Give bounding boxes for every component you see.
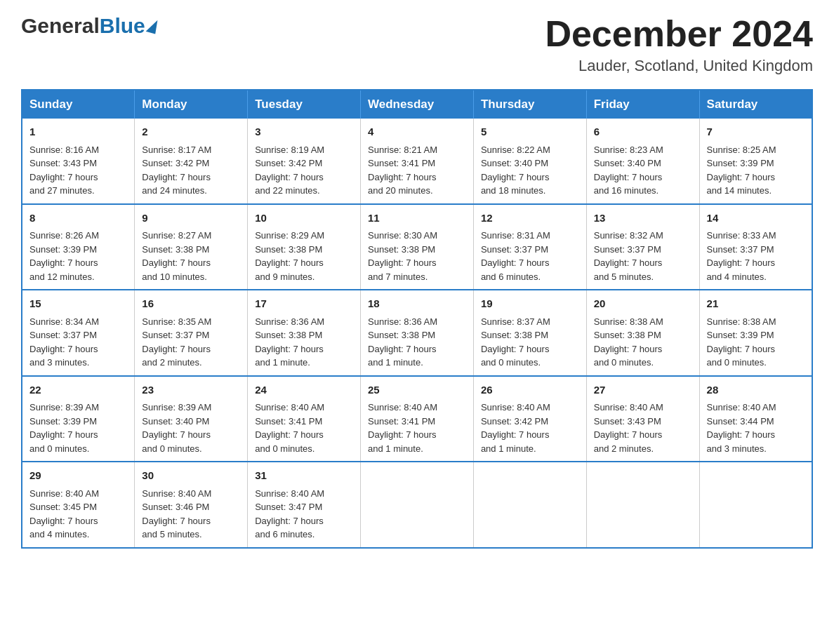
table-row: 1Sunrise: 8:16 AMSunset: 3:43 PMDaylight… bbox=[22, 119, 135, 204]
day-number: 2 bbox=[142, 124, 240, 140]
day-number: 5 bbox=[481, 124, 579, 140]
col-saturday: Saturday bbox=[699, 90, 812, 119]
table-row: 13Sunrise: 8:32 AMSunset: 3:37 PMDayligh… bbox=[586, 204, 699, 290]
table-row bbox=[473, 462, 586, 548]
day-number: 9 bbox=[142, 210, 240, 227]
table-row: 10Sunrise: 8:29 AMSunset: 3:38 PMDayligh… bbox=[248, 204, 361, 290]
day-number: 31 bbox=[255, 468, 353, 484]
logo-blue-container: Blue bbox=[100, 14, 157, 38]
table-row: 21Sunrise: 8:38 AMSunset: 3:39 PMDayligh… bbox=[699, 290, 812, 376]
calendar-header-row: Sunday Monday Tuesday Wednesday Thursday… bbox=[22, 90, 812, 119]
day-info: Sunrise: 8:40 AMSunset: 3:46 PMDaylight:… bbox=[142, 487, 240, 542]
table-row: 6Sunrise: 8:23 AMSunset: 3:40 PMDaylight… bbox=[586, 119, 699, 204]
day-number: 4 bbox=[368, 124, 466, 140]
col-thursday: Thursday bbox=[473, 90, 586, 119]
col-sunday: Sunday bbox=[22, 90, 135, 119]
day-info: Sunrise: 8:38 AMSunset: 3:39 PMDaylight:… bbox=[707, 315, 805, 370]
day-info: Sunrise: 8:26 AMSunset: 3:39 PMDaylight:… bbox=[29, 229, 127, 283]
table-row: 7Sunrise: 8:25 AMSunset: 3:39 PMDaylight… bbox=[699, 119, 812, 204]
day-info: Sunrise: 8:23 AMSunset: 3:40 PMDaylight:… bbox=[594, 143, 692, 198]
day-number: 11 bbox=[368, 210, 466, 227]
calendar-week-row: 8Sunrise: 8:26 AMSunset: 3:39 PMDaylight… bbox=[22, 204, 812, 290]
page-header: General Blue December 2024 Lauder, Scotl… bbox=[21, 14, 813, 75]
calendar-week-row: 22Sunrise: 8:39 AMSunset: 3:39 PMDayligh… bbox=[22, 376, 812, 462]
col-friday: Friday bbox=[586, 90, 699, 119]
day-info: Sunrise: 8:39 AMSunset: 3:40 PMDaylight:… bbox=[142, 401, 240, 455]
table-row: 24Sunrise: 8:40 AMSunset: 3:41 PMDayligh… bbox=[248, 376, 361, 462]
table-row: 28Sunrise: 8:40 AMSunset: 3:44 PMDayligh… bbox=[699, 376, 812, 462]
table-row: 22Sunrise: 8:39 AMSunset: 3:39 PMDayligh… bbox=[22, 376, 135, 462]
day-info: Sunrise: 8:25 AMSunset: 3:39 PMDaylight:… bbox=[707, 143, 805, 198]
day-info: Sunrise: 8:40 AMSunset: 3:45 PMDaylight:… bbox=[29, 487, 127, 542]
day-info: Sunrise: 8:16 AMSunset: 3:43 PMDaylight:… bbox=[29, 143, 127, 198]
day-info: Sunrise: 8:40 AMSunset: 3:47 PMDaylight:… bbox=[255, 487, 353, 542]
day-number: 30 bbox=[142, 468, 240, 484]
table-row: 16Sunrise: 8:35 AMSunset: 3:37 PMDayligh… bbox=[135, 290, 248, 376]
table-row: 27Sunrise: 8:40 AMSunset: 3:43 PMDayligh… bbox=[586, 376, 699, 462]
day-info: Sunrise: 8:21 AMSunset: 3:41 PMDaylight:… bbox=[368, 143, 466, 198]
logo-general-text: General bbox=[21, 14, 100, 38]
day-number: 19 bbox=[481, 296, 579, 312]
day-number: 22 bbox=[29, 382, 127, 398]
table-row: 14Sunrise: 8:33 AMSunset: 3:37 PMDayligh… bbox=[699, 204, 812, 290]
col-monday: Monday bbox=[135, 90, 248, 119]
logo: General Blue bbox=[21, 14, 157, 38]
day-info: Sunrise: 8:40 AMSunset: 3:43 PMDaylight:… bbox=[594, 401, 692, 455]
day-number: 20 bbox=[594, 296, 692, 312]
day-info: Sunrise: 8:40 AMSunset: 3:41 PMDaylight:… bbox=[255, 401, 353, 455]
table-row: 31Sunrise: 8:40 AMSunset: 3:47 PMDayligh… bbox=[248, 462, 361, 548]
calendar-table: Sunday Monday Tuesday Wednesday Thursday… bbox=[21, 89, 813, 549]
day-number: 27 bbox=[594, 382, 692, 398]
table-row: 11Sunrise: 8:30 AMSunset: 3:38 PMDayligh… bbox=[361, 204, 474, 290]
table-row bbox=[586, 462, 699, 548]
day-number: 23 bbox=[142, 382, 240, 398]
calendar-week-row: 15Sunrise: 8:34 AMSunset: 3:37 PMDayligh… bbox=[22, 290, 812, 376]
logo-blue-text: Blue bbox=[100, 14, 145, 38]
day-number: 10 bbox=[255, 210, 353, 227]
table-row: 26Sunrise: 8:40 AMSunset: 3:42 PMDayligh… bbox=[473, 376, 586, 462]
table-row: 8Sunrise: 8:26 AMSunset: 3:39 PMDaylight… bbox=[22, 204, 135, 290]
day-number: 6 bbox=[594, 124, 692, 140]
calendar-week-row: 1Sunrise: 8:16 AMSunset: 3:43 PMDaylight… bbox=[22, 119, 812, 204]
day-number: 26 bbox=[481, 382, 579, 398]
table-row: 15Sunrise: 8:34 AMSunset: 3:37 PMDayligh… bbox=[22, 290, 135, 376]
day-info: Sunrise: 8:38 AMSunset: 3:38 PMDaylight:… bbox=[594, 315, 692, 370]
table-row bbox=[699, 462, 812, 548]
day-info: Sunrise: 8:29 AMSunset: 3:38 PMDaylight:… bbox=[255, 229, 353, 283]
day-info: Sunrise: 8:32 AMSunset: 3:37 PMDaylight:… bbox=[594, 229, 692, 283]
day-number: 25 bbox=[368, 382, 466, 398]
table-row: 18Sunrise: 8:36 AMSunset: 3:38 PMDayligh… bbox=[361, 290, 474, 376]
day-info: Sunrise: 8:27 AMSunset: 3:38 PMDaylight:… bbox=[142, 229, 240, 283]
table-row: 12Sunrise: 8:31 AMSunset: 3:37 PMDayligh… bbox=[473, 204, 586, 290]
day-number: 7 bbox=[707, 124, 805, 140]
day-number: 1 bbox=[29, 124, 127, 140]
day-info: Sunrise: 8:30 AMSunset: 3:38 PMDaylight:… bbox=[368, 229, 466, 283]
day-info: Sunrise: 8:40 AMSunset: 3:41 PMDaylight:… bbox=[368, 401, 466, 455]
day-info: Sunrise: 8:39 AMSunset: 3:39 PMDaylight:… bbox=[29, 401, 127, 455]
day-number: 12 bbox=[481, 210, 579, 227]
day-number: 17 bbox=[255, 296, 353, 312]
day-info: Sunrise: 8:36 AMSunset: 3:38 PMDaylight:… bbox=[255, 315, 353, 370]
day-info: Sunrise: 8:22 AMSunset: 3:40 PMDaylight:… bbox=[481, 143, 579, 198]
day-info: Sunrise: 8:37 AMSunset: 3:38 PMDaylight:… bbox=[481, 315, 579, 370]
table-row: 9Sunrise: 8:27 AMSunset: 3:38 PMDaylight… bbox=[135, 204, 248, 290]
table-row bbox=[361, 462, 474, 548]
day-number: 14 bbox=[707, 210, 805, 227]
day-info: Sunrise: 8:19 AMSunset: 3:42 PMDaylight:… bbox=[255, 143, 353, 198]
table-row: 4Sunrise: 8:21 AMSunset: 3:41 PMDaylight… bbox=[361, 119, 474, 204]
day-number: 28 bbox=[707, 382, 805, 398]
day-number: 15 bbox=[29, 296, 127, 312]
logo-area: General Blue bbox=[21, 14, 157, 38]
table-row: 3Sunrise: 8:19 AMSunset: 3:42 PMDaylight… bbox=[248, 119, 361, 204]
day-number: 3 bbox=[255, 124, 353, 140]
month-title: December 2024 bbox=[545, 14, 813, 54]
calendar-week-row: 29Sunrise: 8:40 AMSunset: 3:45 PMDayligh… bbox=[22, 462, 812, 548]
day-info: Sunrise: 8:35 AMSunset: 3:37 PMDaylight:… bbox=[142, 315, 240, 370]
table-row: 25Sunrise: 8:40 AMSunset: 3:41 PMDayligh… bbox=[361, 376, 474, 462]
day-info: Sunrise: 8:40 AMSunset: 3:44 PMDaylight:… bbox=[707, 401, 805, 455]
day-info: Sunrise: 8:33 AMSunset: 3:37 PMDaylight:… bbox=[707, 229, 805, 283]
table-row: 23Sunrise: 8:39 AMSunset: 3:40 PMDayligh… bbox=[135, 376, 248, 462]
table-row: 17Sunrise: 8:36 AMSunset: 3:38 PMDayligh… bbox=[248, 290, 361, 376]
table-row: 20Sunrise: 8:38 AMSunset: 3:38 PMDayligh… bbox=[586, 290, 699, 376]
day-info: Sunrise: 8:17 AMSunset: 3:42 PMDaylight:… bbox=[142, 143, 240, 198]
